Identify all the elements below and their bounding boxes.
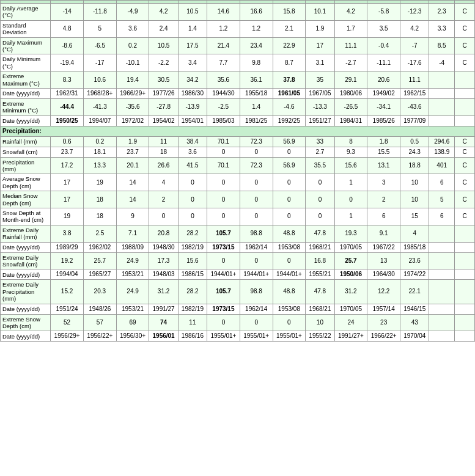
cell-value: 0 [273, 208, 306, 225]
cell-value: 1970/05 [334, 242, 367, 252]
cell-value: 16.8 [306, 252, 334, 269]
cell-value: 10.5 [149, 37, 178, 54]
cell-value: 1957/14 [367, 304, 400, 314]
cell-value: 1948/03 [149, 269, 178, 280]
cell-value: 1955/01+ [273, 331, 306, 342]
cell-value: -10.1 [116, 54, 149, 71]
cell-value: 19.3 [334, 225, 367, 242]
cell-value: 0 [306, 174, 334, 191]
table-row: Date (yyyy/dd)1950/251994/071972/021954/… [1, 115, 475, 126]
cell-value: 37.8 [273, 71, 306, 89]
cell-value: 1973/15 [207, 242, 240, 252]
cell-value: 0.6 [51, 136, 84, 147]
cell-value: 1986/30 [178, 88, 207, 98]
row-label: Daily Maximum (°C) [1, 37, 51, 54]
cell-value: 74 [149, 314, 178, 331]
cell-value: 1951/24 [51, 304, 84, 314]
table-row: Snowfall (cm)23.718.123.7183.60002.79.31… [1, 147, 475, 157]
cell-value: 19 [51, 208, 84, 225]
cell-value: 0 [207, 147, 240, 157]
cell-value: 1956/29+ [51, 331, 84, 342]
cell-value: 19.2 [51, 252, 84, 269]
cell-value: 1991/27+ [334, 331, 367, 342]
cell-value: -14 [51, 4, 84, 21]
cell-value: 11.1 [334, 37, 367, 54]
cell-value: 3.3 [429, 20, 455, 37]
cell-value: 35.5 [306, 157, 334, 174]
cell-value [455, 252, 475, 269]
cell-value: 35.6 [207, 71, 240, 89]
cell-value: 0 [273, 314, 306, 331]
cell-value: 1967/22 [367, 242, 400, 252]
row-label: Daily Average (°C) [1, 4, 51, 21]
cell-value: 1982/19 [178, 304, 207, 314]
cell-value: 0 [178, 174, 207, 191]
cell-value: 10.5 [178, 4, 207, 21]
cell-value: 1953/08 [273, 304, 306, 314]
table-row: Snow Depth at Month-end (cm)191890000001… [1, 208, 475, 225]
cell-value: 1956/30+ [116, 331, 149, 342]
table-row: Extreme Minimum (°C)-44.4-41.3-35.6-27.8… [1, 98, 475, 115]
table-row: Rainfall (mm)0.60.21.91138.470.172.356.9… [1, 136, 475, 147]
cell-value: 4.8 [51, 20, 84, 37]
cell-value [455, 88, 475, 98]
cell-value: 29.1 [334, 71, 367, 89]
cell-value [429, 331, 455, 342]
cell-value: 1944/01+ [240, 269, 273, 280]
cell-value: 24.9 [116, 280, 149, 304]
row-label: Average Snow Depth (cm) [1, 174, 51, 191]
cell-value: 22.1 [400, 280, 429, 304]
cell-value: 1994/04 [51, 269, 84, 280]
cell-value: 47.8 [306, 280, 334, 304]
cell-value: 1962/15 [400, 88, 429, 98]
cell-value: 13 [367, 252, 400, 269]
cell-value: 2.7 [306, 147, 334, 157]
cell-value [455, 280, 475, 304]
cell-value: 1962/14 [240, 304, 273, 314]
cell-value: -34.1 [367, 98, 400, 115]
cell-value: 1946/15 [400, 304, 429, 314]
cell-value: 3.6 [178, 147, 207, 157]
cell-value: 1956/22+ [83, 331, 116, 342]
cell-value: 7.1 [116, 225, 149, 242]
cell-value: 0 [273, 174, 306, 191]
cell-value: 25.7 [83, 252, 116, 269]
cell-value: 23.4 [240, 37, 273, 54]
cell-value: 15.5 [367, 147, 400, 157]
cell-value: 3.1 [306, 54, 334, 71]
cell-value: 11 [178, 314, 207, 331]
row-label: Extreme Maximum (°C) [1, 71, 51, 89]
cell-value: 0 [306, 208, 334, 225]
cell-value: 2.1 [273, 20, 306, 37]
cell-value: 19 [83, 174, 116, 191]
cell-value: 138.9 [429, 147, 455, 157]
cell-value: 69 [116, 314, 149, 331]
cell-value: 2.4 [149, 20, 178, 37]
cell-value: 1.9 [306, 20, 334, 37]
cell-value: 0 [273, 191, 306, 208]
cell-value: 21.4 [207, 37, 240, 54]
cell-value: 23.7 [116, 147, 149, 157]
cell-value: 43 [400, 314, 429, 331]
cell-value: 17 [51, 191, 84, 208]
cell-value: 1954/02 [149, 115, 178, 126]
cell-value: 10.6 [83, 71, 116, 89]
cell-value: C [455, 37, 475, 54]
cell-value: 1984/31 [334, 115, 367, 126]
table-row: Extreme Daily Snowfall (cm)19.225.724.91… [1, 252, 475, 269]
cell-value: 1977/26 [149, 88, 178, 98]
row-label: Date (yyyy/dd) [1, 331, 51, 342]
table-row: Date (yyyy/dd)1951/241948/261953/211991/… [1, 304, 475, 314]
cell-value: -17 [83, 54, 116, 71]
cell-value: 14 [116, 191, 149, 208]
cell-value: 4.2 [149, 4, 178, 21]
cell-value: 1970/05 [334, 304, 367, 314]
cell-value [429, 98, 455, 115]
cell-value: C [455, 4, 475, 21]
row-label: Rainfall (mm) [1, 136, 51, 147]
cell-value: 1965/27 [83, 269, 116, 280]
cell-value: 20.6 [367, 71, 400, 89]
row-label: Precipitation (mm) [1, 157, 51, 174]
cell-value: 18.1 [83, 147, 116, 157]
cell-value: 20.8 [149, 225, 178, 242]
